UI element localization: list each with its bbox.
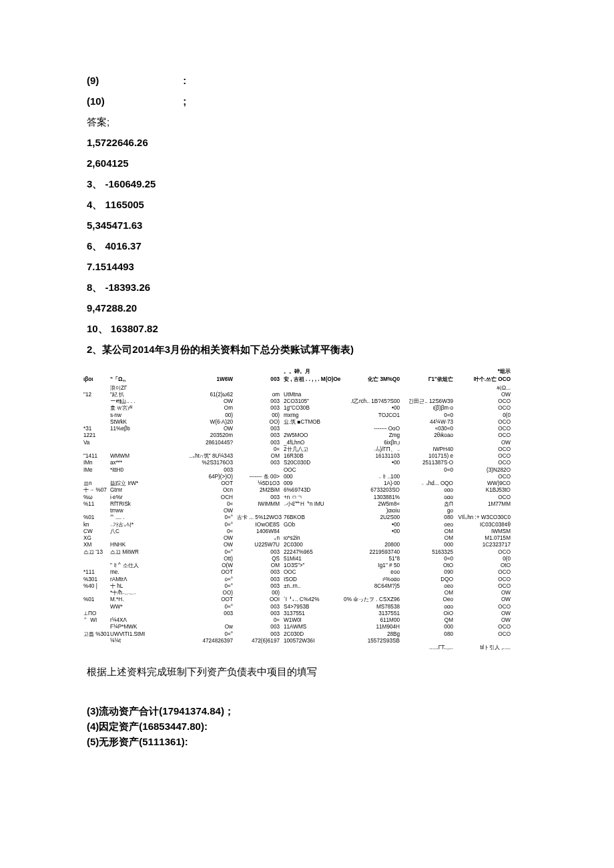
table-row: F¼P*MWKÔw00311AWMS11M904H000OCO bbox=[83, 624, 531, 630]
table-row: ⊥ΠO00300331375513137551OiOOW bbox=[83, 610, 531, 617]
table-row: XGOW₊nιo*s2inOMM1.0715M bbox=[83, 535, 531, 542]
balance-item-3: (3)流动资产合计(17941374.84)； bbox=[87, 705, 527, 718]
table-row: 고틉 %301UWVtTI1.StMI0«°0032C030D28Bg080OC… bbox=[83, 631, 531, 638]
table-row: StWkKW(6·A)20OO)요.筑 ■CTMOB44¼W·73OCO bbox=[83, 419, 531, 426]
answers-label: 答案; bbox=[87, 115, 527, 129]
table-row: 十→ %07GtmrOcn2M2BiM6%69743D6733203SOoαoK… bbox=[83, 487, 531, 494]
table-row: 1221203520m0032W5MOOZmg2θιkoaoOCO bbox=[83, 432, 531, 439]
table-row: %01M.*H.OOTOOI´Iᅥ₊.. C%42%0% 伞ったヲ . CSXZ… bbox=[83, 596, 531, 603]
table-row: Va28610445?003_4fLhnO6ixβn,ιOW bbox=[83, 440, 531, 446]
table-row: WW*0«°003S4>7953BMS78538oαoOCO bbox=[83, 604, 531, 610]
answer-8: 8、 -18393.26 bbox=[87, 280, 527, 294]
table-row: 64P)(>)O)------- 条 00>000₋ᆘ ..100OCO bbox=[83, 474, 531, 480]
answer-2: 2,604125 bbox=[87, 156, 527, 170]
q10-label: (10) bbox=[87, 94, 180, 108]
q9-end: : bbox=[183, 75, 186, 86]
table-row: *3111%eβtιOW003------- OoO«030«0OCO bbox=[83, 426, 531, 432]
table-row: CW八C0«1406W84•00OMIWMSM bbox=[83, 528, 531, 535]
table-row: 스끄 '13스끄 MitWR0«°00322247%96522195937405… bbox=[83, 549, 531, 556]
table-row: "12"紀 扒61(2)ω62omUtMtnaOW bbox=[83, 392, 531, 398]
balance-item-4: (4)因定资产(16853447.80): bbox=[87, 721, 527, 733]
table-row: 호 ₩宮卢Om0031g"CO30B•00ι(β)βm·oOCO bbox=[83, 405, 531, 412]
table-row: %01ᄊ.... .0«°古卡 ... 5%12WO376BKOB2U2S000… bbox=[83, 514, 531, 521]
table-row: %ωi·e%rOCH003+n ㅁㄱ1303881%oαoOCO bbox=[83, 494, 531, 501]
post-instruction: 根据上述资料完成班制下列资产负债表中项目的填写 bbox=[87, 666, 527, 679]
table-row: %301rAMtrΛo«°003ISODι¹%oαoDQOOCO bbox=[83, 576, 531, 583]
q9-label: (9) bbox=[87, 73, 180, 87]
q10-end: ; bbox=[183, 95, 186, 107]
table-row: *十/ħ₋..₋..₋OO)00)OMOW bbox=[83, 590, 531, 596]
table-row: "1411WMWM..₊ht∩筑" 8U¼343OM16R30B16131103… bbox=[83, 453, 531, 460]
table-row: ¼¼t4724826397472(6)6197100572W36I15572S9… bbox=[83, 638, 531, 644]
answer-3: 3、 -160649.25 bbox=[87, 177, 527, 191]
table-row: 浪이ZΓ씨Ω... bbox=[83, 385, 531, 392]
table-row: ᄉ WIr¼4XΛ0«W1W0I611M00QMOW bbox=[83, 617, 531, 624]
table-row: trrwwOW)αιoiugo bbox=[83, 508, 531, 514]
answer-6: 6、 4016.37 bbox=[87, 239, 527, 253]
table-row: *111me.OOT003OOCeoo090OCO bbox=[83, 569, 531, 576]
answer-7: 7.1514493 bbox=[87, 260, 527, 274]
table-row: IMnax***%2S3176O3003S20C030D•002511387S·… bbox=[83, 460, 531, 466]
table-row: "ᆘᄎ소仕人O(WOM1O3S">"Ig1" # 50OtOOtO bbox=[83, 562, 531, 569]
answer-10: 10、 163807.82 bbox=[87, 322, 527, 336]
section-2-heading: 2、某公司2014年3月份的相关资料如下总分类账试算平衡表) bbox=[87, 342, 527, 356]
answer-9: 9,47288.20 bbox=[87, 301, 527, 315]
answer-5: 5,345471.63 bbox=[87, 218, 527, 232]
table-row: XMHNHKOWU225W7U2C0300208000001C2323717 bbox=[83, 542, 531, 548]
table-row: Ott)QS51Mi4151"80«00(0 bbox=[83, 556, 531, 562]
table-row: 쑈n益踪立 IrW*OOT¼5D1O30091A)·00₋ ₊hd... OQO… bbox=[83, 480, 531, 487]
question-10: (10) ; bbox=[87, 94, 527, 108]
table-row: s·rιw00)00)mxmgTOJCO10«00(0 bbox=[83, 412, 531, 419]
trial-balance-table: 。。砷。月 *俎示 ιβοι “「Ω,, 1W6W 003 安 , 古祖 . .… bbox=[83, 368, 531, 651]
table-row: IMe*ittH0003OOC0«0(3)N282O bbox=[83, 467, 531, 474]
table-row: ......ΓΤ..,...tιlト引人 ,..... bbox=[83, 644, 531, 651]
table-row: ᅳ래山.. . .OW0032CO3105".t乙rch.. 1B?45?S00… bbox=[83, 398, 531, 405]
answer-4: 4、 1165005 bbox=[87, 197, 527, 211]
table-row: 0«2卄几八고₋/₀)/ΓΠ、 ₋IWPH40OCO bbox=[83, 446, 531, 453]
table-row: %40 |十 hL0«°003±n..rn..8C64M?)5oeoOCO bbox=[83, 583, 531, 590]
table-row: kn₋가古₊삭*0«°IOwOE8SGOb•00oeoIC03C038¢θ bbox=[83, 522, 531, 528]
answer-1: 1,5722646.26 bbox=[87, 135, 527, 149]
balance-item-5: (5)无形资产(5111361): bbox=[87, 736, 527, 749]
question-9: (9) : bbox=[87, 73, 527, 87]
table-row: %11RfTRISk0«IWIMMM₋小₢ᄔHᅡn IMU2W5m8«쵸Π1M7… bbox=[83, 501, 531, 508]
